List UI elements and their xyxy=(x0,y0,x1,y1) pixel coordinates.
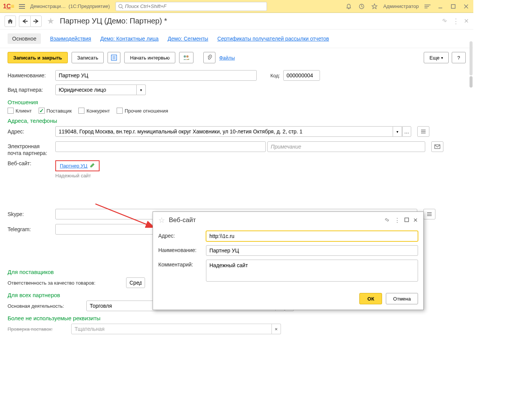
svg-line-4 xyxy=(122,7,123,9)
website-note: Надежный сайт xyxy=(55,173,100,179)
email-note-input[interactable] xyxy=(267,141,425,152)
dialog-more-icon[interactable]: ⋮ xyxy=(394,217,400,224)
tabs: Основное Взаимодействия Демо: Контактные… xyxy=(0,30,473,48)
page-close-icon[interactable]: ✕ xyxy=(464,17,469,25)
dialog-address-label: Адрес: xyxy=(158,231,203,239)
close-icon[interactable] xyxy=(462,2,470,11)
check-deliveries-label: Проверка поставок: xyxy=(8,326,68,332)
relations-title: Отношения xyxy=(8,99,466,105)
partner-type-input[interactable] xyxy=(55,85,137,95)
dialog-address-input[interactable] xyxy=(206,231,418,241)
page-title: Партнер УЦ (Демо: Партнер) * xyxy=(60,17,167,25)
help-button[interactable]: ? xyxy=(452,52,466,63)
files-link[interactable]: Файлы xyxy=(219,55,235,61)
website-dialog: ☆ Веб-сайт ⋮ ✕ Адрес: Наименование: Комм… xyxy=(153,211,424,310)
home-button[interactable] xyxy=(5,16,16,27)
website-label: Веб-сайт: xyxy=(8,160,52,166)
partner-type-dropdown-button[interactable]: ▾ xyxy=(137,85,146,95)
competitor-checkbox[interactable] xyxy=(78,108,84,114)
history-icon[interactable] xyxy=(357,2,366,11)
code-input[interactable] xyxy=(283,70,320,81)
favorite-icon[interactable]: ★ xyxy=(47,16,55,26)
dialog-link-icon[interactable] xyxy=(384,216,390,224)
addresses-title: Адреса, телефоны xyxy=(8,117,466,124)
tab-segments[interactable]: Демо: Сегменты xyxy=(168,36,208,42)
check-deliveries-input[interactable] xyxy=(71,324,272,334)
tab-interactions[interactable]: Взаимодействия xyxy=(50,36,91,42)
dialog-name-input[interactable] xyxy=(206,245,418,256)
address-label: Адрес: xyxy=(8,128,52,135)
app-title: Демонстраци… (1С:Предприятие) xyxy=(30,3,110,9)
save-button[interactable]: Записать xyxy=(72,52,104,63)
star-icon[interactable] xyxy=(370,2,379,11)
menu-icon[interactable] xyxy=(17,2,27,11)
global-search-input[interactable] xyxy=(125,3,264,9)
skype-label: Skype: xyxy=(8,211,52,217)
website-link[interactable]: Партнер УЦ xyxy=(60,163,87,169)
address-list-button[interactable] xyxy=(417,126,429,137)
dialog-title: Веб-сайт xyxy=(169,216,380,224)
minimize-icon[interactable] xyxy=(436,2,445,11)
link-icon[interactable] xyxy=(441,17,448,25)
svg-point-17 xyxy=(184,55,186,58)
quality-input[interactable] xyxy=(126,277,145,288)
dialog-comment-label: Комментарий: xyxy=(158,260,203,268)
command-bar: Записать и закрыть Записать Начать интер… xyxy=(0,48,473,67)
other-checkbox-label: Прочие отношения xyxy=(125,108,168,114)
competitor-checkbox-label: Конкурент xyxy=(86,108,110,114)
other-checkbox[interactable] xyxy=(117,108,123,114)
deprecated-title: Более не используемые реквизиты xyxy=(8,315,466,321)
check-deliveries-clear-button[interactable]: × xyxy=(272,324,281,334)
email-action-button[interactable] xyxy=(431,141,443,152)
vertical-scrollbar[interactable] xyxy=(470,40,473,335)
telegram-label: Telegram: xyxy=(8,226,52,232)
back-button[interactable] xyxy=(19,16,30,27)
client-checkbox-label: Клиент xyxy=(16,108,32,114)
name-label: Наименование: xyxy=(8,72,52,78)
supplier-checkbox[interactable] xyxy=(39,108,45,114)
save-close-button[interactable]: Записать и закрыть xyxy=(8,52,68,63)
more-dots-icon[interactable]: ⋮ xyxy=(452,17,459,25)
activity-label: Основная деятельность: xyxy=(8,303,83,309)
tab-contacts[interactable]: Демо: Контактные лица xyxy=(100,36,159,42)
dialog-maximize-icon[interactable] xyxy=(404,217,409,224)
settings-icon[interactable] xyxy=(423,2,432,11)
global-search[interactable] xyxy=(115,2,267,11)
svg-rect-30 xyxy=(405,218,409,222)
page-toolbar: ★ Партнер УЦ (Демо: Партнер) * ⋮ ✕ xyxy=(0,13,473,30)
dialog-ok-button[interactable]: ОК xyxy=(359,293,382,304)
app-logo: 1C≡ xyxy=(3,3,14,10)
dialog-favorite-icon[interactable]: ☆ xyxy=(158,216,165,225)
forward-button[interactable] xyxy=(30,16,42,27)
tab-main[interactable]: Основное xyxy=(8,33,41,44)
svg-text:+: + xyxy=(188,58,190,61)
dialog-name-label: Наименование: xyxy=(158,245,203,253)
svg-rect-10 xyxy=(451,5,455,8)
supplier-checkbox-label: Поставщик xyxy=(47,108,72,114)
skype-list-button[interactable] xyxy=(423,209,435,219)
attach-icon-button[interactable] xyxy=(203,52,215,63)
titlebar: 1C≡ Демонстраци… (1С:Предприятие) Админи… xyxy=(0,0,473,13)
dialog-close-icon[interactable]: ✕ xyxy=(413,217,418,224)
address-input[interactable] xyxy=(55,126,393,137)
start-interview-button[interactable]: Начать интервью xyxy=(124,52,175,63)
address-dropdown-button[interactable]: ▾ xyxy=(393,126,402,137)
email-input[interactable] xyxy=(55,141,266,152)
dialog-comment-input[interactable] xyxy=(206,260,418,282)
list-icon-button[interactable] xyxy=(108,52,120,63)
address-more-button[interactable]: … xyxy=(402,126,411,137)
dialog-cancel-button[interactable]: Отмена xyxy=(386,293,418,304)
bell-icon[interactable] xyxy=(345,2,353,11)
email-label: Электронная почта партнера: xyxy=(8,141,52,157)
name-input[interactable] xyxy=(55,70,257,81)
partner-type-label: Вид партнера: xyxy=(8,87,52,93)
website-link-highlighted: Партнер УЦ xyxy=(55,160,100,171)
users-icon-button[interactable]: + xyxy=(179,52,193,63)
edit-icon[interactable] xyxy=(90,163,95,169)
quality-label: Ответственность за качество товаров: xyxy=(8,280,123,286)
client-checkbox[interactable] xyxy=(8,108,14,114)
user-label[interactable]: Администратор xyxy=(383,3,419,9)
tab-certificates[interactable]: Сертификаты получателей рассылки отчетов xyxy=(217,36,329,42)
maximize-icon[interactable] xyxy=(449,2,457,11)
more-button[interactable]: Еще ▾ xyxy=(424,52,448,63)
